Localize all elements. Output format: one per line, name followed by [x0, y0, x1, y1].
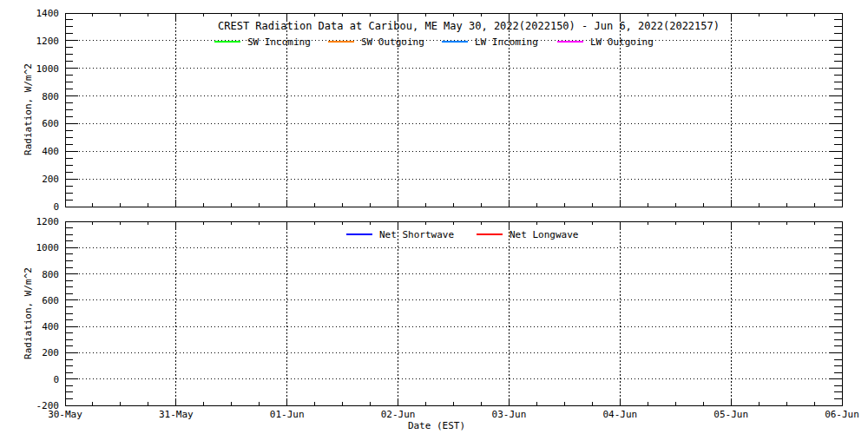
- radiation-plot-svg: 0200400600800100012001400SW IncomingSW O…: [0, 0, 868, 434]
- radiation-chart-page: 0200400600800100012001400SW IncomingSW O…: [0, 0, 868, 434]
- x-tick-label: 30-May: [48, 409, 82, 420]
- x-tick-label: 31-May: [159, 409, 194, 420]
- x-tick-label: 03-Jun: [492, 409, 527, 420]
- radiation-components-panel: 0200400600800100012001400SW IncomingSW O…: [36, 8, 843, 213]
- y-tick-label: 1200: [36, 36, 60, 47]
- legend-label-net-shortwave: Net Shortwave: [379, 229, 454, 240]
- x-axis-label: Date (EST): [408, 420, 465, 431]
- y-tick-label: 0: [53, 374, 59, 385]
- legend-label-lw-outgoing: LW Outgoing: [590, 36, 654, 48]
- y-tick-label: 200: [42, 347, 59, 358]
- y-tick-label: 1400: [36, 8, 60, 19]
- y-tick-label: 1000: [36, 63, 60, 75]
- legend-label-net-longwave: Net Longwave: [510, 229, 578, 240]
- y-tick-label: 400: [42, 321, 59, 332]
- y-tick-label: 1200: [36, 216, 60, 227]
- y-tick-label: 800: [42, 269, 59, 280]
- bottom-y-axis-label: Radiation, W/m^2: [23, 267, 34, 359]
- x-tick-label: 01-Jun: [270, 409, 305, 420]
- y-tick-label: 400: [42, 146, 59, 157]
- y-tick-label: 200: [42, 174, 59, 185]
- legend-label-lw-incoming: LW Incoming: [475, 36, 538, 48]
- net-radiation-panel: -20002004006008001000120030-May31-May01-…: [36, 216, 859, 420]
- x-tick-label: 04-Jun: [602, 409, 637, 420]
- x-tick-label: 02-Jun: [381, 409, 416, 420]
- y-tick-label: 600: [42, 118, 59, 129]
- x-tick-label: 06-Jun: [825, 409, 859, 420]
- generated-chart-layers: 0200400600800100012001400SW IncomingSW O…: [36, 8, 859, 420]
- legend-label-sw-outgoing: SW Outgoing: [361, 36, 424, 48]
- y-tick-label: 600: [42, 295, 59, 306]
- x-tick-label: 05-Jun: [713, 409, 748, 420]
- y-tick-label: 1000: [36, 242, 60, 253]
- y-tick-label: 0: [53, 201, 59, 213]
- y-tick-label: 800: [42, 91, 59, 102]
- top-y-axis-label: Radiation, W/m^2: [23, 63, 34, 155]
- axis-ticks: [65, 221, 842, 405]
- chart-title: CREST Radiation Data at Caribou, ME May …: [218, 20, 720, 32]
- panel-border: [65, 221, 842, 405]
- legend-label-sw-incoming: SW Incoming: [247, 36, 311, 48]
